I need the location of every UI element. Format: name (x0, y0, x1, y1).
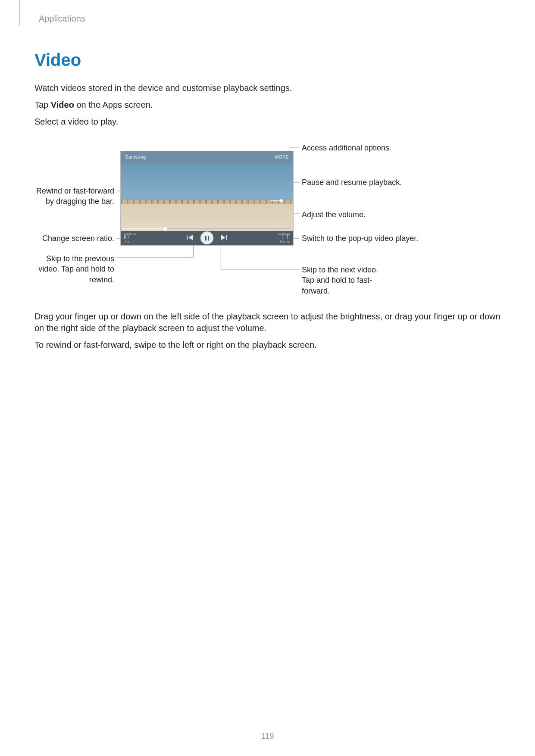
screen-ratio-icon (124, 235, 130, 239)
player-figure: Samsung MORE 00:00:02 00:00:10 (34, 143, 501, 298)
skip-next-icon (221, 235, 227, 240)
intro-paragraph-3: Select a video to play. (34, 116, 501, 128)
callout-screen-ratio: Change screen ratio. (34, 233, 114, 244)
player-title-bar: Samsung MORE (121, 151, 293, 163)
player-video-title: Samsung (125, 154, 146, 160)
video-frame[interactable] (121, 163, 293, 231)
tap-text-prefix: Tap (34, 100, 51, 109)
tap-text-bold: Video (51, 100, 74, 109)
skip-next-button[interactable] (221, 235, 227, 240)
callout-popup-player: Switch to the pop-up video player. (302, 233, 418, 244)
player-control-bar: 00:00:02 00:00:10 Full (121, 231, 293, 245)
screen-ratio-label: Full (125, 240, 129, 244)
intro-paragraph-1: Watch videos stored in the device and cu… (34, 82, 501, 94)
callout-skip-next: Skip to the next video. Tap and hold to … (302, 265, 384, 296)
page-title: Video (34, 48, 501, 72)
page-number: 119 (0, 731, 535, 741)
after-paragraph-1: Drag your finger up or down on the left … (34, 311, 501, 334)
volume-slider[interactable] (270, 200, 283, 201)
video-scene-strip (121, 200, 293, 204)
section-breadcrumb: Applications (39, 13, 501, 25)
screen-ratio-button[interactable]: Full (124, 235, 130, 244)
popup-player-icon (282, 235, 288, 239)
header-accent-rule (19, 0, 20, 26)
progress-knob-icon[interactable] (163, 227, 167, 231)
video-player: Samsung MORE 00:00:02 00:00:10 (121, 151, 293, 245)
tap-text-suffix: on the Apps screen. (74, 100, 153, 109)
callout-skip-previous: Skip to the previous video. Tap and hold… (34, 253, 114, 285)
callout-drag-bar: Rewind or fast-forward by dragging the b… (34, 186, 114, 207)
popup-player-button[interactable]: Pop-up (280, 235, 290, 244)
pause-button[interactable] (200, 231, 213, 244)
progress-bar[interactable] (123, 228, 291, 229)
skip-previous-button[interactable] (187, 235, 193, 240)
progress-fill (123, 228, 165, 229)
skip-previous-icon (187, 235, 193, 240)
callout-pause-resume: Pause and resume playback. (302, 177, 402, 187)
popup-player-label: Pop-up (280, 240, 290, 244)
more-button[interactable]: MORE (275, 154, 289, 160)
pause-icon (205, 236, 209, 241)
callout-adjust-volume: Adjust the volume. (302, 209, 366, 220)
volume-knob-icon[interactable] (280, 199, 283, 202)
callout-more-options: Access additional options. (302, 143, 391, 153)
intro-paragraph-tap: Tap Video on the Apps screen. (34, 99, 501, 111)
after-paragraph-2: To rewind or fast-forward, swipe to the … (34, 339, 501, 351)
